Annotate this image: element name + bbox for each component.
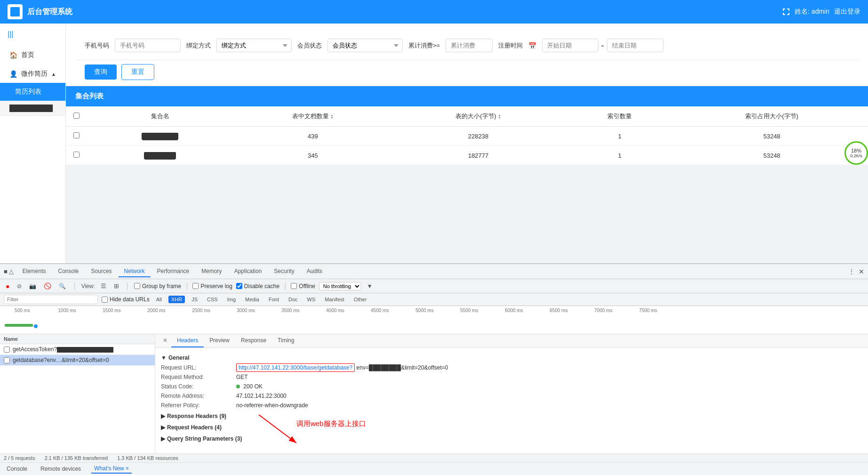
status-transferred: 2.1 KB / 135 KB transferred — [45, 455, 108, 461]
query-button[interactable]: 查询 — [85, 64, 117, 80]
table-row: ████████ 439 228238 1 53248 — [66, 127, 868, 146]
network-filter-input[interactable] — [4, 295, 98, 304]
hide-data-urls-input[interactable] — [102, 297, 108, 303]
svg-rect-0 — [10, 7, 20, 16]
tab-performance[interactable]: Performance — [151, 266, 195, 277]
tab-audits[interactable]: Audits — [301, 266, 328, 277]
detail-close-icon[interactable]: ✕ — [159, 334, 171, 347]
tl-1500: 1500 ms — [89, 308, 134, 313]
sidebar-item-resume-list[interactable]: 简历列表 — [0, 83, 65, 101]
annotation-text: 调用web服务器上接口 — [296, 419, 366, 428]
offline-input[interactable] — [291, 283, 297, 289]
detail-tab-response[interactable]: Response — [235, 334, 272, 347]
member-status-select[interactable]: 会员状态 — [327, 39, 403, 52]
col-doc-count: 表中文档数量 ↕ — [233, 106, 393, 127]
general-section-title[interactable]: ▼ General — [161, 352, 862, 363]
filter-img-btn[interactable]: Img — [224, 296, 239, 303]
filter-ws-btn[interactable]: WS — [304, 296, 319, 303]
request-checkbox-1[interactable] — [4, 357, 10, 363]
cumulative-input[interactable] — [446, 39, 493, 52]
detail-tab-timing[interactable]: Timing — [272, 334, 300, 347]
view-label: View: — [81, 283, 95, 290]
detail-tab-headers[interactable]: Headers — [171, 334, 204, 347]
start-date-input[interactable] — [542, 39, 598, 52]
select-all-checkbox[interactable] — [73, 113, 80, 119]
disable-cache-input[interactable] — [236, 283, 242, 289]
top-navbar: 后台管理系统 姓名: admin 退出登录 — [0, 0, 868, 24]
throttling-select[interactable]: No throttling — [319, 282, 361, 290]
stop-recording-button[interactable]: ⊘ — [15, 282, 24, 290]
sidebar-user-text: ██████████ — [9, 105, 53, 112]
sidebar-home-label: 首页 — [21, 51, 34, 59]
filter-manifest-btn[interactable]: Manifest — [322, 296, 347, 303]
col-size: 表的大小(字节) ↕ — [393, 106, 564, 127]
logout-link[interactable]: 退出登录 — [834, 8, 860, 16]
devtools-more-icon[interactable]: ⋮ — [848, 268, 855, 275]
sidebar-collapse-btn[interactable]: ||| — [0, 24, 65, 45]
hide-data-urls-checkbox[interactable]: Hide data URLs — [102, 296, 150, 303]
row-checkbox-1[interactable] — [73, 152, 80, 158]
tab-console[interactable]: Console — [53, 266, 85, 277]
detail-tab-preview[interactable]: Preview — [204, 334, 235, 347]
remote-address-row: Remote Address: 47.102.141.22:3000 — [161, 391, 862, 401]
view-grid-btn[interactable]: ⊞ — [112, 282, 121, 290]
devtools-icons: ■ △ — [4, 268, 14, 275]
filter-doc-btn[interactable]: Doc — [286, 296, 301, 303]
preserve-log-input[interactable] — [192, 283, 199, 289]
sidebar-item-wechat[interactable]: 👤 微作简历 ▲ — [0, 65, 65, 83]
request-url-link[interactable]: http://47.102.141.22:3000/base/getdataba… — [236, 363, 355, 372]
bottom-tab-whats-new[interactable]: What's New × — [91, 464, 132, 474]
tab-application[interactable]: Application — [229, 266, 268, 277]
disable-cache-checkbox[interactable]: Disable cache — [236, 283, 279, 290]
offline-checkbox[interactable]: Offline — [291, 283, 315, 290]
tab-sources[interactable]: Sources — [86, 266, 118, 277]
reset-button[interactable]: 重置 — [121, 64, 154, 80]
bottom-tab-remote-devices[interactable]: Remote devices — [38, 465, 84, 473]
table-body: ████████ 439 228238 1 53248 ███████ 345 … — [66, 127, 868, 165]
timeline-bar-green — [5, 324, 33, 327]
tab-memory[interactable]: Memory — [196, 266, 227, 277]
filter-media-btn[interactable]: Media — [242, 296, 262, 303]
tl-3000: 3000 ms — [223, 308, 268, 313]
group-by-frame-checkbox[interactable]: Group by frame — [134, 283, 181, 290]
camera-button[interactable]: 📷 — [27, 282, 38, 290]
fullscreen-icon[interactable] — [782, 8, 790, 16]
row-checkbox-0[interactable] — [73, 132, 80, 138]
request-headers-arrow: ▶ — [161, 424, 165, 431]
filter-font-btn[interactable]: Font — [266, 296, 282, 303]
bottom-tab-console[interactable]: Console — [4, 465, 30, 473]
phone-input[interactable] — [115, 39, 181, 52]
tl-5000: 5000 ms — [402, 308, 447, 313]
request-checkbox-0[interactable] — [4, 346, 10, 353]
bind-method-label: 绑定方式 — [186, 41, 211, 50]
tab-elements[interactable]: Elements — [16, 266, 51, 277]
search-button[interactable]: 🔍 — [57, 282, 68, 290]
filter-css-btn[interactable]: CSS — [204, 296, 221, 303]
tab-network[interactable]: Network — [119, 266, 151, 277]
preserve-log-checkbox[interactable]: Preserve log — [192, 283, 232, 290]
devtools-close-icon[interactable]: ✕ — [859, 268, 864, 275]
tl-2000: 2000 ms — [134, 308, 179, 313]
status-code-key: Status Code: — [161, 383, 236, 390]
row-doc-count-1: 345 — [233, 146, 393, 165]
filter-js-btn[interactable]: JS — [189, 296, 200, 303]
filter-bar: 手机号码 绑定方式 绑定方式 会员状态 会员状态 累计消费>= 注册时间 📅 - — [75, 31, 859, 60]
request-url-key: Request URL: — [161, 364, 236, 371]
record-button[interactable]: ● — [4, 282, 11, 291]
request-item-1[interactable]: getdatabase?env…&limit=20&offset=0 — [0, 355, 155, 366]
request-method-value: GET — [236, 374, 248, 380]
throttling-more-btn[interactable]: ▼ — [365, 282, 374, 290]
end-date-input[interactable] — [607, 39, 663, 52]
filter-other-btn[interactable]: Other — [351, 296, 370, 303]
sidebar-resume-list-label: 简历列表 — [15, 88, 41, 95]
tab-security[interactable]: Security — [268, 266, 300, 277]
group-by-frame-input[interactable] — [134, 283, 140, 289]
clear-button[interactable]: 🚫 — [42, 282, 53, 290]
bind-method-select[interactable]: 绑定方式 — [216, 39, 292, 52]
sidebar-item-home[interactable]: 🏠 首页 — [0, 45, 65, 65]
filter-all-btn[interactable]: All — [153, 296, 165, 303]
filter-actions: 查询 重置 — [75, 60, 859, 86]
request-item-0[interactable]: getAccessToken? — [0, 344, 155, 355]
filter-xhr-btn[interactable]: XHR — [168, 296, 185, 303]
view-list-btn[interactable]: ☰ — [99, 282, 108, 290]
